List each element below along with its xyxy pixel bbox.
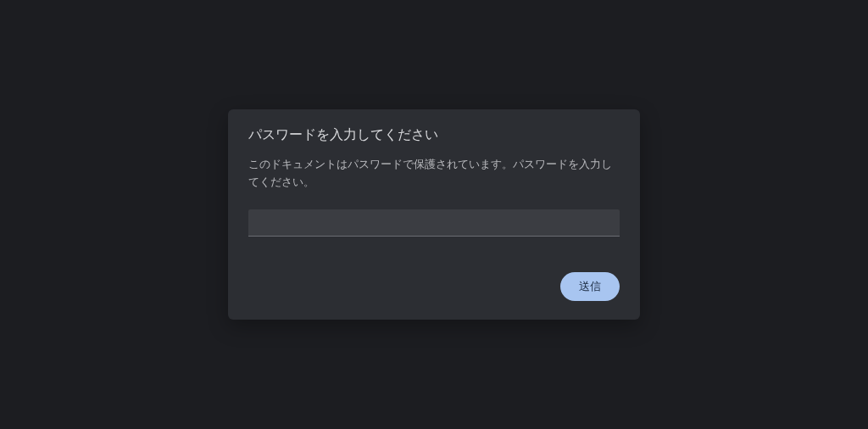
dialog-title: パスワードを入力してください <box>248 126 620 144</box>
submit-button[interactable]: 送信 <box>560 272 620 301</box>
dialog-actions: 送信 <box>248 272 620 301</box>
password-dialog: パスワードを入力してください このドキュメントはパスワードで保護されています。パ… <box>228 109 640 320</box>
dialog-description: このドキュメントはパスワードで保護されています。パスワードを入力してください。 <box>248 156 620 192</box>
password-input[interactable] <box>248 209 620 237</box>
